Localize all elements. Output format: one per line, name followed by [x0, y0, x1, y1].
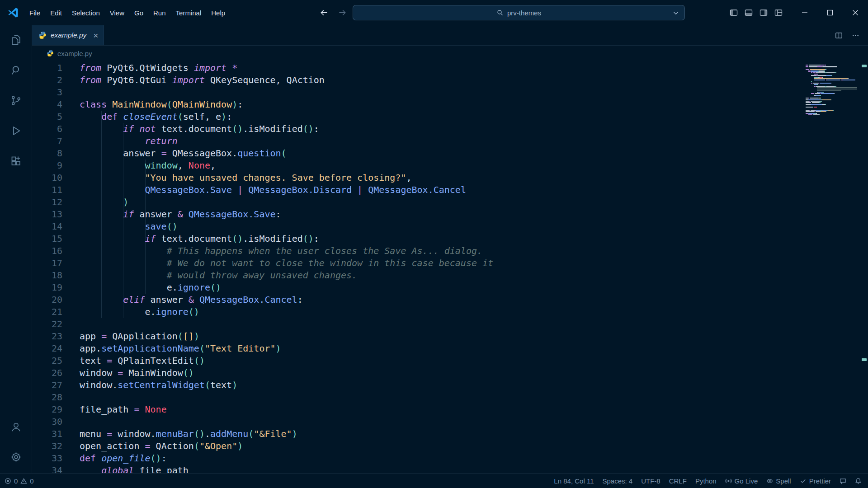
menu-terminal[interactable]: Terminal	[171, 6, 207, 19]
status-feedback-icon[interactable]	[840, 478, 846, 484]
layout-controls	[729, 8, 783, 17]
line-number: 7	[32, 135, 62, 147]
code-line-22[interactable]: 22	[32, 318, 805, 330]
toggle-sidebar-icon[interactable]	[729, 8, 738, 17]
problems-indicator[interactable]: 0 0	[5, 477, 34, 485]
code-line-32[interactable]: 32open_action = QAction("&Open")	[32, 440, 805, 452]
code-line-15[interactable]: 15 if text.document().isModified():	[32, 233, 805, 245]
line-number: 18	[32, 269, 62, 282]
code-line-23[interactable]: 23app = QApplication([])	[32, 330, 805, 343]
code-line-33[interactable]: 33def open_file():	[32, 452, 805, 465]
menu-edit[interactable]: Edit	[45, 6, 67, 19]
line-number: 9	[32, 160, 62, 172]
code-line-27[interactable]: 27window.setCentralWidget(text)	[32, 379, 805, 391]
breadcrumb[interactable]: example.py	[32, 46, 868, 61]
status-crlf[interactable]: CRLF	[669, 477, 687, 485]
activity-source-control-icon[interactable]	[5, 89, 27, 111]
code-line-19[interactable]: 19 e.ignore()	[32, 282, 805, 294]
code-line-4[interactable]: 4class MainWindow(QMainWindow):	[32, 99, 805, 111]
line-number: 14	[32, 221, 62, 233]
line-number: 29	[32, 404, 62, 416]
line-number: 3	[32, 86, 62, 99]
toggle-secondary-sidebar-icon[interactable]	[759, 8, 768, 17]
code-line-25[interactable]: 25text = QPlainTextEdit()	[32, 355, 805, 367]
status-prettier[interactable]: Prettier	[800, 477, 831, 485]
tab-close-icon[interactable]: ×	[93, 31, 98, 40]
code-line-14[interactable]: 14 save()	[32, 221, 805, 233]
minimap[interactable]	[806, 65, 857, 116]
status-bell-icon[interactable]	[855, 478, 862, 484]
activity-settings-icon[interactable]	[5, 446, 27, 468]
code-line-34[interactable]: 34 global file_path	[32, 465, 805, 473]
activity-account-icon[interactable]	[5, 416, 27, 437]
code-line-18[interactable]: 18 # would throw away unsaved changes.	[32, 269, 805, 282]
code-line-2[interactable]: 2from PyQt6.QtGui import QKeySequence, Q…	[32, 74, 805, 86]
code-line-31[interactable]: 31menu = window.menuBar().addMenu("&File…	[32, 428, 805, 440]
status-spell[interactable]: Spell	[766, 477, 791, 485]
code-line-13[interactable]: 13 if answer & QMessageBox.Save:	[32, 208, 805, 221]
nav-back-icon[interactable]	[319, 8, 329, 18]
maximize-button[interactable]	[817, 0, 843, 25]
status-ln-84-col-11[interactable]: Ln 84, Col 11	[554, 477, 594, 485]
line-number: 30	[32, 416, 62, 428]
status-utf-8[interactable]: UTF-8	[641, 477, 660, 485]
menu-help[interactable]: Help	[206, 6, 230, 19]
code-line-20[interactable]: 20 elif answer & QMessageBox.Cancel:	[32, 294, 805, 306]
line-number: 26	[32, 367, 62, 379]
status-spaces-4[interactable]: Spaces: 4	[602, 477, 632, 485]
nav-forward-icon[interactable]	[337, 8, 347, 18]
menu-go[interactable]: Go	[129, 6, 148, 19]
line-number: 23	[32, 330, 62, 343]
more-actions-icon[interactable]	[851, 31, 860, 40]
line-number: 6	[32, 123, 62, 135]
error-count: 0	[14, 477, 18, 485]
overview-ruler-marker	[862, 65, 867, 67]
line-number: 32	[32, 440, 62, 452]
code-line-7[interactable]: 7 return	[32, 135, 805, 147]
split-editor-icon[interactable]	[835, 31, 843, 40]
menu-file[interactable]: File	[24, 6, 45, 19]
line-number: 25	[32, 355, 62, 367]
status-python[interactable]: Python	[695, 477, 717, 485]
code-line-17[interactable]: 17 # We do not want to close the window …	[32, 257, 805, 269]
breadcrumb-file: example.py	[57, 50, 92, 57]
menu-run[interactable]: Run	[148, 6, 171, 19]
code-line-21[interactable]: 21 e.ignore()	[32, 306, 805, 318]
minimize-button[interactable]	[792, 0, 817, 25]
toggle-panel-icon[interactable]	[744, 8, 753, 17]
menu-view[interactable]: View	[105, 6, 129, 19]
code-line-11[interactable]: 11 QMessageBox.Save | QMessageBox.Discar…	[32, 184, 805, 196]
code-editor[interactable]: 1from PyQt6.QtWidgets import *2from PyQt…	[32, 61, 868, 473]
customize-layout-icon[interactable]	[774, 8, 783, 17]
code-line-29[interactable]: 29file_path = None	[32, 404, 805, 416]
code-line-5[interactable]: 5 def closeEvent(self, e):	[32, 111, 805, 123]
code-line-30[interactable]: 30	[32, 416, 805, 428]
status-go-live[interactable]: Go Live	[725, 477, 758, 485]
activity-explorer-icon[interactable]	[5, 29, 27, 51]
search-icon	[496, 9, 504, 16]
command-center-search[interactable]: prv-themes	[353, 5, 685, 20]
activity-search-icon[interactable]	[5, 59, 27, 81]
tab-example-py[interactable]: example.py ×	[32, 25, 104, 45]
line-number: 28	[32, 391, 62, 404]
window-controls	[792, 0, 868, 25]
close-button[interactable]	[843, 0, 868, 25]
code-line-8[interactable]: 8 answer = QMessageBox.question(	[32, 147, 805, 160]
code-line-24[interactable]: 24app.setApplicationName("Text Editor")	[32, 343, 805, 355]
code-line-26[interactable]: 26window = MainWindow()	[32, 367, 805, 379]
activity-run-debug-icon[interactable]	[5, 120, 27, 141]
code-line-28[interactable]: 28	[32, 391, 805, 404]
code-line-10[interactable]: 10 "You have unsaved changes. Save befor…	[32, 172, 805, 184]
menu-selection[interactable]: Selection	[67, 6, 105, 19]
code-line-6[interactable]: 6 if not text.document().isModified():	[32, 123, 805, 135]
chevron-down-icon[interactable]	[672, 9, 680, 17]
code-line-16[interactable]: 16 # This happens when the user closes t…	[32, 245, 805, 257]
code-line-9[interactable]: 9 window, None,	[32, 160, 805, 172]
line-number: 20	[32, 294, 62, 306]
activity-extensions-icon[interactable]	[5, 150, 27, 172]
code-line-1[interactable]: 1from PyQt6.QtWidgets import *	[32, 62, 805, 74]
tab-label: example.py	[51, 31, 86, 39]
code-line-3[interactable]: 3	[32, 86, 805, 99]
vscode-logo-icon	[7, 7, 19, 19]
code-line-12[interactable]: 12 )	[32, 196, 805, 208]
